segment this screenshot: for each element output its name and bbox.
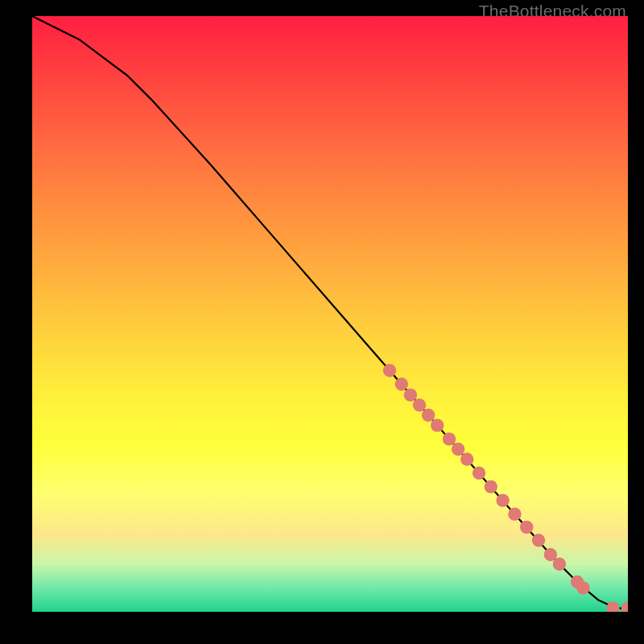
marker-point <box>473 466 485 479</box>
markers-group <box>383 364 628 612</box>
curve-path <box>32 16 628 609</box>
marker-point <box>404 388 417 401</box>
marker-point <box>460 452 473 465</box>
marker-point <box>422 409 435 422</box>
plot-area <box>32 16 628 612</box>
curve-group <box>32 16 628 612</box>
marker-point <box>606 601 619 612</box>
marker-point <box>395 378 408 390</box>
marker-point <box>485 480 497 493</box>
marker-point <box>413 398 426 411</box>
marker-point <box>443 432 456 445</box>
marker-point <box>496 493 509 506</box>
marker-point <box>553 558 566 571</box>
marker-point <box>576 581 589 594</box>
marker-point <box>508 507 521 520</box>
marker-point <box>383 364 396 377</box>
marker-point <box>532 534 545 547</box>
chart-frame: TheBottleneck.com <box>0 0 644 644</box>
marker-point <box>452 443 464 456</box>
marker-point <box>621 601 628 612</box>
marker-point <box>520 521 533 534</box>
chart-svg <box>32 16 628 612</box>
marker-point <box>431 419 444 431</box>
